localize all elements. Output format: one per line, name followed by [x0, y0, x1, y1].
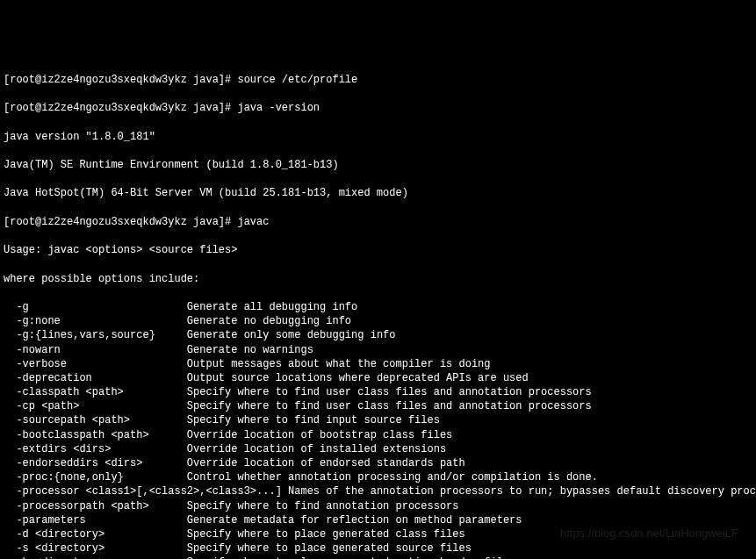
javac-option-row: -g:{lines,vars,source} Generate only som… — [4, 328, 752, 342]
javac-option-row: -bootclasspath <path> Override location … — [4, 428, 752, 442]
javac-option-row: -d <directory> Specify where to place ge… — [4, 527, 752, 541]
option-description: Specify where to find user class files a… — [187, 386, 592, 398]
option-description: Override location of bootstrap class fil… — [187, 429, 452, 441]
javac-option-row: -deprecation Output source locations whe… — [4, 371, 752, 385]
javac-option-row: -g:none Generate no debugging info — [4, 314, 752, 328]
option-flag: -g:none — [4, 315, 187, 327]
javac-option-row: -processorpath <path> Specify where to f… — [4, 499, 752, 513]
output-line: [root@iz2ze4ngozu3sxeqkdw3ykz java]# jav… — [4, 215, 752, 229]
option-description: Specify where to place generated source … — [187, 542, 472, 555]
javac-option-row: -verbose Output messages about what the … — [4, 357, 752, 371]
option-flag: -endorseddirs <dirs> — [4, 457, 187, 469]
javac-option-row: -proc:{none,only} Control whether annota… — [4, 470, 752, 484]
option-description: Specify where to find user class files a… — [187, 400, 592, 412]
javac-option-row: -sourcepath <path> Specify where to find… — [4, 413, 752, 427]
output-line: [root@iz2ze4ngozu3sxeqkdw3ykz java]# jav… — [4, 101, 752, 115]
javac-option-row: -nowarn Generate no warnings — [4, 343, 752, 357]
javac-option-row: -cp <path> Specify where to find user cl… — [4, 399, 752, 413]
option-description: Names of the annotation processors to ru… — [288, 485, 756, 498]
output-line: [root@iz2ze4ngozu3sxeqkdw3ykz java]# sou… — [4, 73, 752, 87]
option-flag: -extdirs <dirs> — [4, 443, 187, 455]
javac-option-row: -processor <class1>[,<class2>,<class3>..… — [4, 484, 752, 498]
javac-option-row: -s <directory> Specify where to place ge… — [4, 541, 752, 555]
option-flag: -d <directory> — [4, 528, 187, 541]
option-flag: -sourcepath <path> — [4, 414, 187, 426]
option-description: Generate metadata for reflection on meth… — [187, 514, 522, 527]
option-description: Generate only some debugging info — [187, 329, 396, 341]
output-line: Java HotSpot(TM) 64-Bit Server VM (build… — [4, 186, 752, 200]
option-flag: -parameters — [4, 514, 187, 527]
javac-option-row: -extdirs <dirs> Override location of ins… — [4, 442, 752, 456]
javac-option-row: -classpath <path> Specify where to find … — [4, 385, 752, 399]
option-flag: -verbose — [4, 358, 187, 370]
option-description: Generate no debugging info — [187, 315, 351, 327]
output-line: where possible options include: — [4, 272, 752, 286]
javac-option-row: -h <directory> Specify where to place ge… — [4, 555, 752, 559]
option-flag: -bootclasspath <path> — [4, 429, 187, 441]
javac-option-row: -parameters Generate metadata for reflec… — [4, 513, 752, 527]
option-description: Generate no warnings — [187, 344, 313, 356]
output-line: java version "1.8.0_181" — [4, 130, 752, 144]
option-flag: -cp <path> — [4, 400, 187, 412]
option-flag: -nowarn — [4, 344, 187, 356]
option-description: Specify where to find input source files — [187, 414, 440, 426]
javac-option-row: -endorseddirs <dirs> Override location o… — [4, 456, 752, 470]
option-description: Specify where to place generated class f… — [187, 528, 465, 541]
terminal-output[interactable]: [root@iz2ze4ngozu3sxeqkdw3ykz java]# sou… — [4, 59, 752, 559]
output-line: Usage: javac <options> <source files> — [4, 243, 752, 257]
option-description: Override location of installed extension… — [187, 443, 446, 455]
option-description: Generate all debugging info — [187, 301, 357, 313]
option-flag: -deprecation — [4, 372, 187, 384]
option-flag: -g:{lines,vars,source} — [4, 329, 187, 341]
option-flag: -proc:{none,only} — [4, 471, 187, 484]
option-description: Specify where to find annotation process… — [187, 500, 459, 512]
option-flag: -processor <class1>[,<class2>,<class3>..… — [4, 485, 288, 498]
output-line: Java(TM) SE Runtime Environment (build 1… — [4, 158, 752, 172]
javac-options-list: -g Generate all debugging info -g:none G… — [4, 300, 752, 559]
option-flag: -classpath <path> — [4, 386, 187, 398]
option-flag: -s <directory> — [4, 542, 187, 555]
option-flag: -g — [4, 301, 187, 313]
option-description: Override location of endorsed standards … — [187, 457, 465, 469]
option-flag: -processorpath <path> — [4, 500, 187, 512]
option-description: Control whether annotation processing an… — [187, 471, 598, 484]
option-description: Output messages about what the compiler … — [187, 358, 491, 370]
javac-option-row: -g Generate all debugging info — [4, 300, 752, 314]
option-description: Output source locations where deprecated… — [187, 372, 529, 384]
